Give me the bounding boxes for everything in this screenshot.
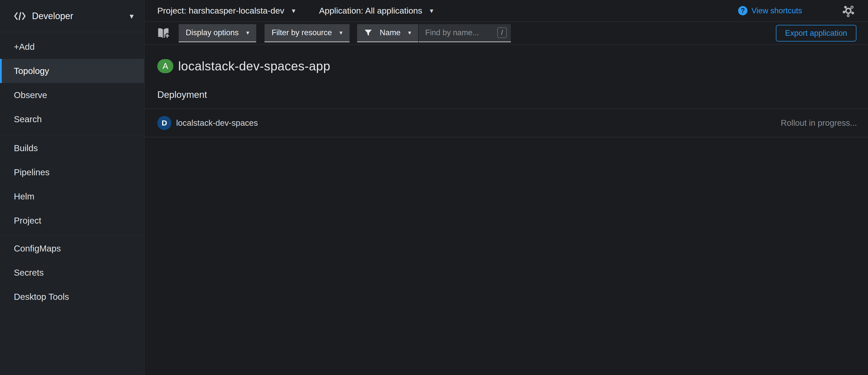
name-filter-label: Name <box>380 28 401 37</box>
application-selector-label: Application: All applications <box>319 6 422 15</box>
name-filter-dropdown[interactable]: Name ▾ <box>357 24 418 42</box>
sidebar-item-project[interactable]: Project <box>0 208 144 233</box>
nav-section-build: Builds Pipelines Helm Project <box>0 135 144 235</box>
deployment-name: localstack-dev-spaces <box>176 118 258 128</box>
app-root: Developer ▾ +Add Topology Observe Search… <box>0 0 868 375</box>
sidebar-item-topology[interactable]: Topology <box>0 59 144 83</box>
sidebar-item-desktop-tools[interactable]: Desktop Tools <box>0 285 144 309</box>
sidebar-nav: +Add Topology Observe Search Builds Pipe… <box>0 32 144 311</box>
chevron-down-icon: ▾ <box>408 30 411 36</box>
export-application-button[interactable]: Export application <box>776 25 857 41</box>
project-selector[interactable]: Project: harshcasper-localsta-dev ▾ <box>157 6 296 15</box>
display-options-dropdown[interactable]: Display options ▾ <box>179 24 256 42</box>
project-selector-label: Project: harshcasper-localsta-dev <box>157 6 284 15</box>
sidebar-item-helm[interactable]: Helm <box>0 184 144 208</box>
sidebar-item-search[interactable]: Search <box>0 107 144 131</box>
filter-by-resource-label: Filter by resource <box>272 28 332 37</box>
application-name: localstack-dev-spaces-app <box>178 59 330 73</box>
main-column: Project: harshcasper-localsta-dev ▾ Appl… <box>145 0 868 375</box>
topology-list-view: A localstack-dev-spaces-app Deployment D… <box>145 45 868 375</box>
question-circle-icon: ? <box>738 6 747 15</box>
filter-by-resource-dropdown[interactable]: Filter by resource ▾ <box>265 24 349 42</box>
resource-kind-heading: Deployment <box>157 90 868 100</box>
sidebar-item-secrets[interactable]: Secrets <box>0 261 144 285</box>
deployment-status: Rollout in progress... <box>781 118 857 128</box>
sidebar-item-add[interactable]: +Add <box>0 35 144 59</box>
sidebar-item-pipelines[interactable]: Pipelines <box>0 160 144 184</box>
sidebar-item-observe[interactable]: Observe <box>0 83 144 107</box>
chevron-down-icon: ▾ <box>340 30 343 36</box>
chevron-down-icon: ▾ <box>130 12 134 20</box>
context-bar: Project: harshcasper-localsta-dev ▾ Appl… <box>145 0 868 22</box>
deployment-list: D localstack-dev-spaces Rollout in progr… <box>145 109 868 137</box>
chevron-down-icon: ▾ <box>430 7 433 14</box>
code-icon <box>14 11 26 21</box>
application-selector[interactable]: Application: All applications ▾ <box>319 6 433 15</box>
nav-section-main: +Add Topology Observe Search <box>0 32 144 135</box>
sidebar: Developer ▾ +Add Topology Observe Search… <box>0 0 145 375</box>
application-group-header: A localstack-dev-spaces-app <box>145 45 868 73</box>
quick-search-icon[interactable] <box>157 26 169 40</box>
perspective-label: Developer <box>32 11 130 22</box>
sidebar-item-builds[interactable]: Builds <box>0 136 144 160</box>
view-shortcuts-label: View shortcuts <box>751 6 802 15</box>
chevron-down-icon: ▾ <box>292 7 296 14</box>
filter-funnel-icon <box>364 29 372 37</box>
deployment-row[interactable]: D localstack-dev-spaces Rollout in progr… <box>145 109 868 137</box>
chevron-down-icon: ▾ <box>246 30 249 36</box>
find-by-name-field: / <box>419 24 511 42</box>
topology-toolbar: Display options ▾ Filter by resource ▾ N… <box>145 22 868 45</box>
topology-view-icon[interactable] <box>842 4 855 17</box>
slash-shortcut-badge: / <box>497 27 507 38</box>
nav-section-config: ConfigMaps Secrets Desktop Tools <box>0 235 144 311</box>
find-by-name-input[interactable] <box>425 28 497 37</box>
display-options-label: Display options <box>186 28 239 37</box>
name-filter-group: Name ▾ / <box>357 24 511 42</box>
application-badge: A <box>157 59 174 73</box>
context-bar-right: ? View shortcuts <box>738 4 855 17</box>
view-shortcuts-link[interactable]: ? View shortcuts <box>738 6 802 15</box>
sidebar-item-configmaps[interactable]: ConfigMaps <box>0 236 144 261</box>
perspective-switcher[interactable]: Developer ▾ <box>0 0 144 32</box>
deployment-badge: D <box>157 116 172 130</box>
